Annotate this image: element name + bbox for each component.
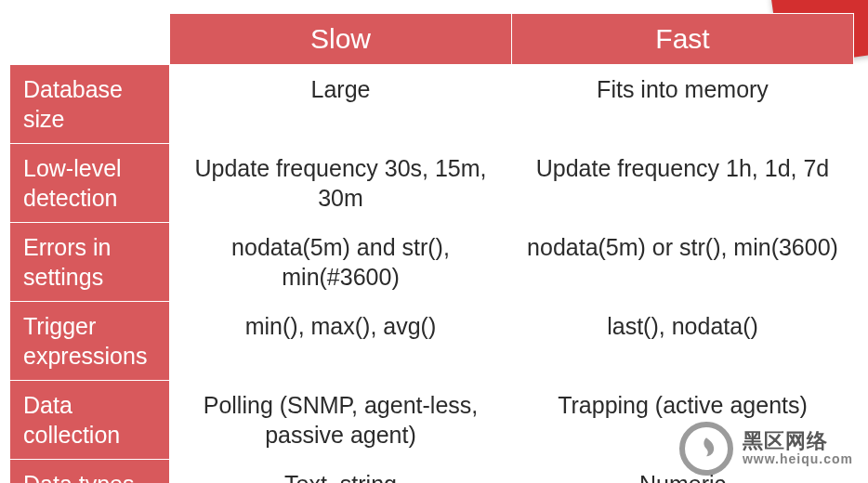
table-header-row: Slow Fast: [10, 14, 854, 65]
cell-fast: Update frequency 1h, 1d, 7d: [512, 144, 854, 223]
watermark-line2: www.heiqu.com: [743, 452, 853, 466]
watermark-text: 黑区网络 www.heiqu.com: [743, 430, 853, 467]
cell-fast: Fits into memory: [512, 65, 854, 144]
cell-slow: nodata(5m) and str(), min(#3600): [170, 223, 512, 302]
cell-fast: nodata(5m) or str(), min(3600): [512, 223, 854, 302]
watermark: 黑区网络 www.heiqu.com: [679, 422, 853, 476]
watermark-line1: 黑区网络: [743, 430, 853, 452]
table-row: Errors in settings nodata(5m) and str(),…: [10, 223, 854, 302]
cell-slow: Polling (SNMP, agent-less, passive agent…: [170, 381, 512, 460]
row-label: Data types: [10, 460, 170, 483]
cell-slow: Text, string: [170, 460, 512, 483]
cell-slow: min(), max(), avg(): [170, 302, 512, 381]
cell-slow: Large: [170, 65, 512, 144]
cell-slow: Update frequency 30s, 15m, 30m: [170, 144, 512, 223]
comparison-table: Slow Fast Database size Large Fits into …: [9, 13, 854, 483]
row-label: Trigger expressions: [10, 302, 170, 381]
table-corner-cell: [10, 14, 170, 65]
watermark-logo-icon: [679, 422, 733, 476]
table-row: Trigger expressions min(), max(), avg() …: [10, 302, 854, 381]
row-label: Data collection: [10, 381, 170, 460]
col-header-slow: Slow: [170, 14, 512, 65]
row-label: Database size: [10, 65, 170, 144]
row-label: Low-level detection: [10, 144, 170, 223]
cell-fast: last(), nodata(): [512, 302, 854, 381]
col-header-fast: Fast: [512, 14, 854, 65]
page-canvas: PE Slow Fast Database size Large Fits in…: [0, 0, 868, 483]
table-row: Low-level detection Update frequency 30s…: [10, 144, 854, 223]
row-label: Errors in settings: [10, 223, 170, 302]
table-row: Database size Large Fits into memory: [10, 65, 854, 144]
